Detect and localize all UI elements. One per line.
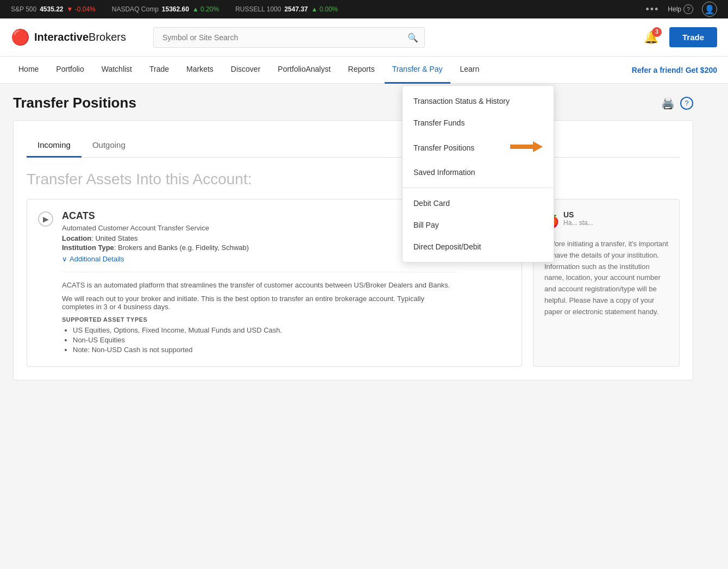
dropdown-item-debit-card[interactable]: Debit Card [403,192,554,214]
header-right: 🔔 3 Trade [642,27,717,47]
nav-item-home[interactable]: Home [11,57,46,84]
section-title: Transfer Assets Into this Account: [27,171,680,188]
nav-item-watchlist[interactable]: Watchlist [94,57,140,84]
logo-icon: 🔴 [11,28,30,46]
user-avatar-icon[interactable]: 👤 [702,2,717,17]
logo[interactable]: 🔴 InteractiveBrokers [11,28,126,46]
nav-item-reports[interactable]: Reports [341,57,382,84]
acats-location: Location: United States [62,234,458,242]
notification-badge: 3 [652,27,662,37]
print-button[interactable]: 🖨️ [661,97,675,110]
acats-info: ACATS Automated Customer Account Transfe… [62,210,458,355]
ticker-more-dots[interactable]: ••• [645,4,659,15]
header: 🔴 InteractiveBrokers 🔍 🔔 3 Trade [0,18,728,57]
page-title-icons: 🖨️ ? [661,97,693,110]
main-card: Incoming Outgoing Transfer Assets Into t… [13,120,693,380]
ticker-bar: S&P 500 4535.22 ▼ -0.04% NASDAQ Comp 153… [0,0,728,18]
nav-refer-link[interactable]: Refer a friend! Get $200 [632,66,717,74]
transfer-positions-arrow-icon [510,140,543,155]
nav-item-portfolioanalyst[interactable]: PortfolioAnalyst [270,57,338,84]
nav-item-transfer-pay[interactable]: Transfer & Pay [385,57,450,84]
page-content: Transfer Positions 🖨️ ? Incoming Outgoin… [0,84,706,391]
acats-institution-type: Institution Type: Brokers and Banks (e.g… [62,243,458,252]
ticker-nasdaq: NASDAQ Comp 15362.60 ▲ 0.20% [112,5,219,13]
nav-item-markets[interactable]: Markets [179,57,221,84]
logo-text: InteractiveBrokers [34,31,126,43]
dropdown-divider [403,187,554,188]
page-help-button[interactable]: ? [680,97,693,110]
dropdown-item-transaction-status[interactable]: Transaction Status & History [403,90,554,112]
acats-text-2: We will reach out to your broker and ini… [62,295,458,311]
ticker-russell: RUSSELL 1000 2547.37 ▲ 0.00% [235,5,338,13]
acats-name: ACATS [62,210,458,222]
ticker-nasdaq-value: 15362.60 [162,5,189,13]
page-title-row: Transfer Positions 🖨️ ? [13,95,693,111]
dropdown-item-transfer-positions[interactable]: Transfer Positions [403,134,554,161]
acats-additional-details-toggle[interactable]: ∨ Additional Details [62,255,458,263]
ticker-sp500-value: 4535.22 [40,5,63,13]
nav-item-trade[interactable]: Trade [142,57,177,84]
acats-expand-button[interactable]: ▶ [38,211,53,227]
tab-outgoing[interactable]: Outgoing [81,134,136,158]
content-row: ▶ ACATS Automated Customer Account Trans… [27,199,680,367]
acats-expanded-details: ACATS is an automated platform that stre… [62,272,458,354]
nav-bar: Home Portfolio Watchlist Trade Markets D… [0,57,728,84]
page-title-text: Transfer Positions [13,95,136,111]
search-bar[interactable]: 🔍 [153,27,425,48]
ticker-russell-label: RUSSELL 1000 [235,5,281,13]
list-item: Note: Non-USD Cash is not supported [73,346,458,354]
ticker-sp500-label: S&P 500 [11,5,36,13]
dropdown-item-saved-information[interactable]: Saved Information [403,161,554,183]
list-item: Non-US Equities [73,336,458,344]
help-circle-icon: ? [683,4,693,14]
supported-types-title: SUPPORTED ASSET TYPES [62,316,458,323]
ticker-nasdaq-change: ▲ 0.20% [192,5,219,13]
acats-text-1: ACATS is an automated platform that stre… [62,281,458,289]
dropdown-item-direct-deposit[interactable]: Direct Deposit/Debit [403,236,554,258]
ticker-sp500-change: ▼ -0.04% [67,5,96,13]
tab-incoming[interactable]: Incoming [27,134,81,158]
side-card-title: US [563,210,593,219]
search-icon: 🔍 [407,32,418,42]
list-item: US Equities, Options, Fixed Income, Mutu… [73,326,458,334]
side-card-subtitle: Ha... sta... [563,219,593,227]
nav-item-learn[interactable]: Learn [453,57,487,84]
side-info-card: 🍎 US Ha... sta... Before initiating a tr… [533,199,680,367]
transfer-pay-dropdown: Transaction Status & History Transfer Fu… [402,85,554,262]
ticker-russell-change: ▲ 0.00% [311,5,338,13]
ticker-right: ••• Help ? 👤 [645,2,717,17]
acats-description: Automated Customer Account Transfer Serv… [62,224,458,232]
supported-types-list: US Equities, Options, Fixed Income, Mutu… [62,326,458,354]
svg-marker-0 [510,141,543,152]
dropdown-item-transfer-funds[interactable]: Transfer Funds [403,112,554,134]
ticker-nasdaq-label: NASDAQ Comp [112,5,159,13]
ticker-sp500: S&P 500 4535.22 ▼ -0.04% [11,5,96,13]
trade-button[interactable]: Trade [669,27,717,47]
dropdown-item-bill-pay[interactable]: Bill Pay [403,214,554,236]
nav-item-portfolio[interactable]: Portfolio [48,57,91,84]
help-link[interactable]: Help ? [668,4,693,14]
side-card-text: Before initiating a transfer, it's impor… [544,239,668,318]
ticker-russell-value: 2547.37 [284,5,307,13]
tabs: Incoming Outgoing [27,134,680,158]
notification-button[interactable]: 🔔 3 [642,28,661,47]
help-label: Help [668,5,681,13]
chevron-down-icon: ∨ [62,255,67,263]
search-input[interactable] [153,27,425,48]
nav-item-discover[interactable]: Discover [223,57,268,84]
side-card-logo: 🍎 US Ha... sta... [544,210,668,233]
